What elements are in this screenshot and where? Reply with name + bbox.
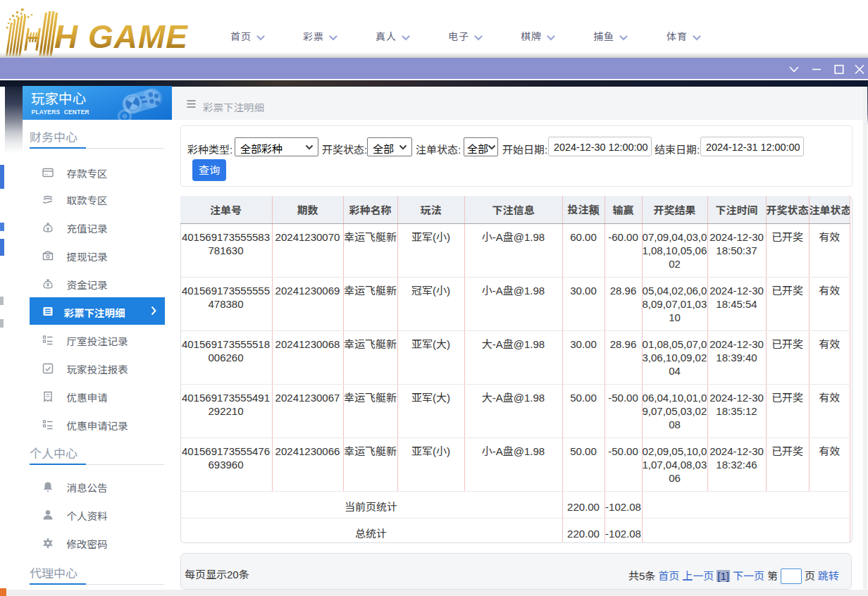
svg-text:H GAME: H GAME: [54, 18, 188, 55]
